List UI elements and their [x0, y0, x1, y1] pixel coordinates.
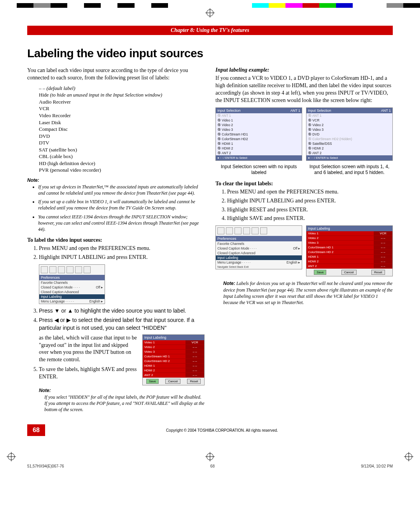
selection-row: ⦿ Video 1 [216, 118, 302, 123]
clear-step-3: Highlight RESET and press ENTER. [227, 206, 393, 214]
selection-row: ⦿ VCR [306, 118, 392, 123]
input-label-row: ColorStream HD 2– – [306, 250, 392, 255]
file-info-line: 51,57HX94(E)067-76 68 9/12/04, 10:02 PM [0, 462, 420, 476]
note-bullet: If you set up a cable box in VIDEO 1, it… [38, 199, 205, 211]
selection-row: ⦿ ANT 1 [216, 113, 302, 118]
selection-row: ⦿ ANT 2 [306, 151, 392, 155]
preset-label-item: PVR (personal video recorder) [39, 167, 205, 174]
menu-row: Menu Language · · · · ·English ▸ [39, 299, 105, 304]
selection-row: ⦿ Video 3 [216, 127, 302, 132]
menu-row: Input Labeling [216, 255, 302, 260]
preset-label-item: Compact Disc [39, 126, 205, 133]
clear-step-1: Press MENU and open the PREFERENCES menu… [227, 188, 393, 196]
input-label-row: HDMI 2– – [143, 368, 204, 373]
selection-row: ⦿ ColorStream HD1 [216, 132, 302, 137]
input-label-row: Video 3– – [306, 241, 392, 245]
ilb-save-button: Save [146, 379, 159, 384]
preset-label-item: Audio Receiver [39, 98, 205, 105]
preset-label-item: DTV [39, 139, 205, 146]
step-1: Press MENU and open the PREFERENCES menu… [39, 245, 205, 252]
step-4: Press ◀ or ▶ to select the desired label… [39, 316, 205, 332]
menu-row: Favorite Channels [39, 280, 105, 285]
selection-row: ⦿ HDMI 2 [216, 146, 302, 151]
menu-row: Closed Caption Advanced [216, 251, 302, 255]
clear-steps: Press MENU and open the PREFERENCES menu… [227, 188, 393, 223]
ilb2-cancel-button: Cancel [341, 270, 357, 275]
registration-mark-icon [8, 453, 15, 460]
step-5: To save the labels, highlight SAVE and p… [39, 366, 138, 381]
registration-row-bottom [0, 452, 420, 462]
selection-row: ⦿ HDMI 1 [216, 141, 302, 146]
preset-label-item: Hide (to hide an unused input in the Inp… [39, 91, 205, 98]
preset-label-item: Video Recorder [39, 112, 205, 119]
clear-step-4: Highlight SAVE and press ENTER. [227, 215, 393, 222]
input-label-row: HDMI 1– – [306, 255, 392, 259]
registration-mark-icon [206, 453, 214, 460]
input-label-row: Video 2– – [306, 236, 392, 241]
caption-right: Input Selection screen with inputs 1, 4,… [306, 164, 393, 176]
ilb-reset-button: Reset [187, 379, 201, 384]
input-label-row: ANT 2– – [143, 373, 204, 378]
menu-row: Input Labeling [39, 294, 105, 299]
registration-mark-icon [405, 453, 412, 460]
note2-heading: Note: [39, 388, 205, 393]
input-label-row: ColorStream HD 1– – [143, 354, 204, 359]
right-column: Input labeling example: If you connect a… [215, 67, 393, 413]
ilb2-save-button: Save [314, 270, 326, 275]
preferences-menu-screenshot-2: Preferences Favorite ChannelsClosed Capt… [215, 225, 302, 269]
selection-row: ⦿ ANT 1 [306, 113, 392, 118]
registration-row-top [0, 8, 420, 18]
input-selection-screenshot-labeled: Input SelectionANT 1 ⦿ ANT 1⦿ VCR⦿ Video… [306, 107, 393, 161]
input-label-row: ANT 2– – [306, 264, 392, 269]
input-label-row: HDMI 1– – [143, 364, 204, 368]
registration-mark-icon [206, 9, 214, 16]
selection-row: ⦿ Satellite/DSS [306, 141, 392, 146]
selection-row: ⦿ Video 3 [306, 127, 392, 132]
page-number: 68 [27, 424, 45, 436]
ilb2-reset-button: Reset [371, 270, 385, 275]
label-steps: Press MENU and open the PREFERENCES menu… [39, 245, 205, 261]
chapter-bar: Chapter 8: Using the TV's features [27, 26, 393, 35]
input-label-row: HDMI 2– – [306, 259, 392, 264]
step-2: Highlight INPUT LABELING and press ENTER… [39, 254, 205, 261]
preset-label-item: – – (default label) [39, 85, 205, 92]
menu-row: Closed Caption Advanced [39, 290, 105, 294]
input-labeling-screenshot: Input Labeling Video 1VCRVideo 2– –Video… [142, 334, 205, 385]
print-color-bar [0, 3, 420, 8]
clear-step-2: Highlight INPUT LABELING and press ENTER… [227, 197, 393, 205]
subhead-label-sources: To label the video input sources: [27, 237, 205, 243]
subhead-example: Input labeling example: [215, 67, 393, 73]
input-selection-screenshot-unlabeled: Input SelectionANT 1 ⦿ ANT 1⦿ Video 1⦿ V… [215, 107, 302, 161]
menu-row: Favorite Channels [216, 241, 302, 246]
subhead-clear: To clear the input labels: [215, 181, 393, 187]
preferences-menu-screenshot: Preferences Favorite ChannelsClosed Capt… [39, 264, 105, 304]
preset-label-item: Laser Disk [39, 119, 205, 126]
note-bullet: If you set up devices in TheaterNet,™ th… [38, 184, 205, 196]
selection-row: ⦿ Video 2 [306, 123, 392, 127]
page-title: Labeling the video input sources [27, 47, 393, 60]
input-label-row: Video 3– – [143, 350, 204, 354]
input-label-row: Video 1VCR [306, 231, 392, 236]
input-labeling-screenshot-2: Input Labeling Video 1VCRVideo 2– –Video… [306, 225, 393, 276]
note3-block: Note: Labels for devices you set up in T… [223, 280, 393, 306]
selection-row: ⦿ Video 2 [216, 123, 302, 127]
preset-label-item: DVD [39, 133, 205, 140]
menu-row: Closed Caption Mode · · · ·Off ▸ [39, 285, 105, 290]
note-heading: Note: [27, 178, 205, 183]
input-label-row: ColorStream HD 1– – [306, 245, 392, 250]
menu-row: Closed Caption Mode · · · ·Off ▸ [216, 246, 302, 251]
note-bullet: You cannot select IEEE-1394 devices thro… [38, 214, 205, 233]
selection-row: ⦿ ColorStream HD2 [216, 137, 302, 141]
menu-row: Menu Language · · · · ·English ▸ [216, 260, 302, 265]
input-label-row: ColorStream HD 2– – [143, 359, 204, 364]
copyright-line: Copyright © 2004 TOSHIBA CORPORATION. Al… [51, 428, 393, 433]
selection-row: ⦿ HDMI 2 [306, 146, 392, 151]
selection-row: ⦿ ColorStream HD2 (Hidden) [306, 137, 392, 141]
preset-label-list: – – (default label)Hide (to hide an unus… [39, 85, 205, 174]
step-3: Press ▼ or ▲ to highlight the video sour… [39, 307, 205, 315]
note-body: If you set up devices in TheaterNet,™ th… [33, 184, 205, 232]
left-column: You can label each video input source ac… [27, 67, 205, 413]
caption-left: Input Selection screen with no inputs la… [215, 164, 302, 176]
step-4-cont: as the label, which will cause that inpu… [39, 335, 137, 363]
input-label-row: Video 2– – [143, 345, 204, 350]
